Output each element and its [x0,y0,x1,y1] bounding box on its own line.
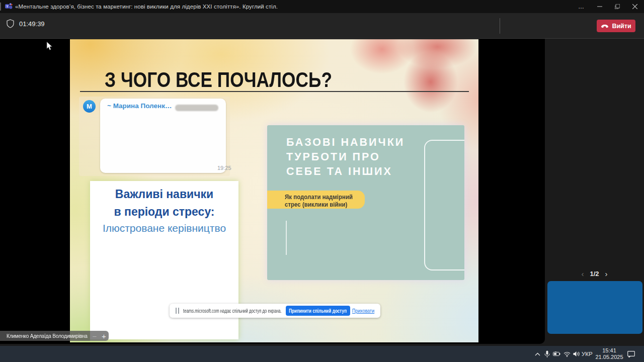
window-maximize-button[interactable] [610,0,625,13]
leave-label: Вийти [612,23,631,30]
tray-date: 21.05.2025 [595,354,623,360]
zoom-out-button[interactable]: – [93,332,96,340]
tray-clock[interactable]: 15:41 21.05.2025 [595,347,623,360]
featured-video-tile[interactable] [547,281,642,334]
stop-sharing-label: Припинити спільний доступ [289,308,347,314]
system-tray: УКР 15:41 21.05.2025 [0,346,644,362]
toolbar-divider [500,18,500,34]
tray-chevron-icon[interactable] [532,346,542,362]
presenter-name: Клименко Аделаїда Володимирівна [7,333,88,339]
selfcare-card: БАЗОВІ НАВИЧКИ ТУРБОТИ ПРО СЕБЕ ТА ІНШИХ… [267,125,464,280]
hangup-icon [601,24,609,28]
card-title-line1: БАЗОВІ НАВИЧКИ [286,136,405,149]
tiles-pagination: ‹ 1/2 › [545,268,644,279]
teams-logo-icon: T [5,3,13,10]
book-title-line2: в періоди стресу: [90,205,238,219]
presenter-name-plate: Клименко Аделаїда Володимирівна [0,331,90,341]
windows-taskbar: УКР 15:41 21.05.2025 [0,346,644,362]
screenshare-stage: З ЧОГО ВСЕ ПОЧАЛОСЬ? M ~ Марина Поленк… … [0,39,545,344]
tray-microphone-icon[interactable] [542,346,552,362]
titlebar-divider [0,3,1,11]
window-more-button[interactable]: … [574,0,589,13]
card-illustration [267,206,464,280]
tray-notification-icon[interactable] [626,346,636,362]
book-illustration [90,240,238,339]
window-title: «Ментальне здоров’я, бізнес та маркетинг… [15,0,278,13]
tray-wifi-icon[interactable] [562,346,572,362]
pagination-next-icon[interactable]: › [605,269,608,278]
participants-sidebar: ‹ 1/2 › [545,39,644,346]
window-close-button[interactable] [627,0,642,13]
mouse-cursor [46,41,53,51]
book-title-line1: Важливі навички [90,188,238,201]
window-minimize-button[interactable] [592,0,607,13]
chat-sender-name: ~ Марина Поленк… [107,102,172,110]
shared-slide: З ЧОГО ВСЕ ПОЧАЛОСЬ? M ~ Марина Поленк… … [70,39,478,342]
tray-battery-icon[interactable] [551,346,561,362]
tray-volume-icon[interactable] [572,346,582,362]
tray-language[interactable]: УКР [582,346,593,362]
chat-screenshot: M ~ Марина Поленк… 19:25 [79,97,230,176]
timer-text: 01:49:39 [19,20,45,28]
hide-banner-link[interactable]: Приховати [352,308,374,314]
zoom-controls: – + [90,331,109,341]
stop-sharing-button[interactable]: Припинити спільний доступ [286,306,350,316]
chat-timestamp: 19:25 [217,165,231,171]
share-banner-text: teams.microsoft.com надає спільний досту… [183,308,282,314]
leave-button[interactable]: Вийти [597,20,635,32]
window-titlebar: T «Ментальне здоров’я, бізнес та маркети… [0,0,644,13]
zoom-in-button[interactable]: + [102,332,106,340]
chat-avatar: M [83,100,96,113]
pagination-label: 1/2 [590,270,599,278]
card-title-line3: СЕБЕ ТА ІНШИХ [286,165,392,178]
card-title-line2: ТУРБОТИ ПРО [286,151,380,163]
meeting-toolbar: 01:49:39 Вийти [0,13,644,39]
chat-redacted-phone [175,105,218,111]
minimize-icon [597,4,602,9]
pagination-prev-icon[interactable]: ‹ [581,269,584,278]
close-icon [632,4,637,9]
book-subtitle: Ілюстроване керівництво [90,222,238,234]
slide-title-rule [80,91,469,92]
svg-text:T: T [6,5,8,8]
screen-share-banner: teams.microsoft.com надає спільний досту… [170,304,380,318]
shield-icon [6,19,15,28]
card-badge-line1: Як подолати надмірний [285,194,353,201]
tray-time: 15:41 [595,347,623,354]
maximize-icon [615,4,620,9]
meeting-timer: 01:49:39 [6,19,45,28]
slide-title: З ЧОГО ВСЕ ПОЧАЛОСЬ? [105,68,332,92]
pause-bars-icon [176,308,179,314]
meeting-main-area: З ЧОГО ВСЕ ПОЧАЛОСЬ? M ~ Марина Поленк… … [0,39,644,346]
